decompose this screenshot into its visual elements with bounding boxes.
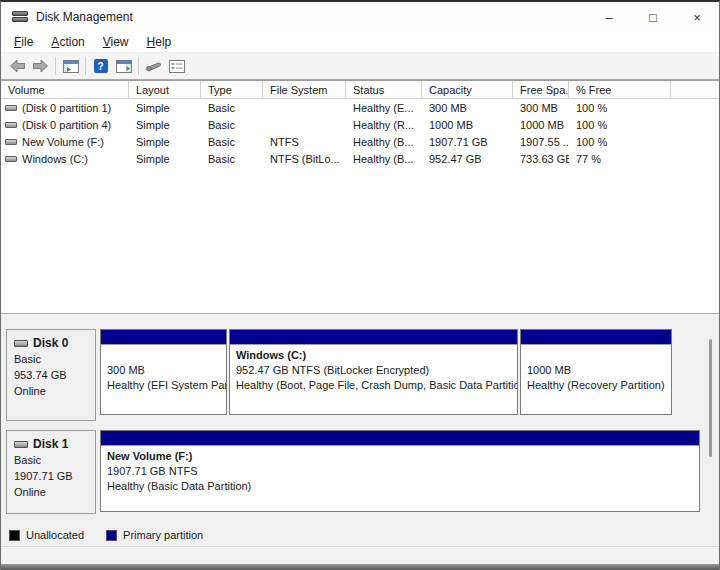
disk-name: Disk 0 — [33, 335, 68, 351]
forward-icon[interactable] — [29, 55, 52, 77]
cell-capacity: 952.47 GB — [422, 153, 513, 165]
cell-type: Basic — [201, 136, 263, 148]
table-row[interactable]: (Disk 0 partition 4) Simple Basic Health… — [1, 116, 719, 133]
primary-partition-band — [101, 330, 226, 345]
partition-size: 1000 MB — [527, 363, 671, 378]
legend-label: Unallocated — [26, 529, 84, 541]
legend-primary-partition: Primary partition — [106, 529, 203, 541]
volume-icon — [5, 156, 17, 162]
volume-icon — [5, 139, 17, 145]
cell-capacity: 1000 MB — [422, 119, 513, 131]
legend-label: Primary partition — [123, 529, 203, 541]
disk-name: Disk 1 — [33, 436, 68, 452]
column-header-layout[interactable]: Layout — [129, 81, 201, 98]
toolbar-separator — [85, 57, 86, 75]
column-header-free-space[interactable]: Free Spa... — [513, 81, 569, 98]
pane-splitter[interactable] — [1, 313, 719, 321]
disk0-info-panel[interactable]: Disk 0 Basic 953.74 GB Online — [6, 329, 96, 421]
partition-status: Healthy (Basic Data Partition) — [107, 479, 699, 494]
partition-windows-c[interactable]: Windows (C:) 952.47 GB NTFS (BitLocker E… — [229, 329, 518, 415]
disk-type: Basic — [14, 452, 93, 468]
status-bar — [1, 546, 719, 564]
cell-pct-free: 77 % — [569, 153, 671, 165]
cell-file-system: NTFS — [263, 136, 346, 148]
title-bar: Disk Management – □ × — [1, 2, 719, 32]
show-console-tree-icon[interactable] — [59, 55, 82, 77]
maximize-button[interactable]: □ — [631, 2, 675, 32]
partition-size: 300 MB — [107, 363, 226, 378]
primary-partition-band — [521, 330, 671, 345]
menu-view[interactable]: View — [94, 32, 138, 52]
menu-file[interactable]: File — [5, 32, 42, 52]
cell-status: Healthy (E... — [346, 102, 422, 114]
cell-layout: Simple — [129, 136, 201, 148]
cell-pct-free: 100 % — [569, 119, 671, 131]
column-header-status[interactable]: Status — [346, 81, 422, 98]
cell-pct-free: 100 % — [569, 102, 671, 114]
disk-size: 953.74 GB — [14, 367, 93, 383]
menu-action[interactable]: Action — [42, 32, 93, 52]
help-icon[interactable]: ? — [89, 55, 112, 77]
disk-management-window: Disk Management – □ × File Action View H… — [0, 0, 720, 570]
cell-volume: (Disk 0 partition 1) — [22, 102, 111, 114]
cell-capacity: 300 MB — [422, 102, 513, 114]
disk-size: 1907.71 GB — [14, 468, 93, 484]
disk-graph-pane: Disk 0 Basic 953.74 GB Online 300 MB Hea… — [1, 321, 719, 524]
disk-status: Online — [14, 484, 93, 500]
disk1-info-panel[interactable]: Disk 1 Basic 1907.71 GB Online — [6, 430, 96, 514]
partition-new-volume-f[interactable]: New Volume (F:) 1907.71 GB NTFS Healthy … — [100, 430, 700, 512]
partition-size: 1907.71 GB NTFS — [107, 464, 699, 479]
toolbar-separator — [138, 57, 139, 75]
disk-management-app-icon — [12, 11, 28, 23]
volume-list-pane: Volume Layout Type File System Status Ca… — [1, 80, 719, 313]
cell-free-space: 1000 MB — [513, 119, 569, 131]
legend-bar: Unallocated Primary partition — [1, 524, 719, 546]
vertical-scrollbar[interactable] — [706, 335, 714, 515]
cell-volume: Windows (C:) — [22, 153, 88, 165]
partition-label: Windows (C:) — [236, 348, 517, 363]
partition-status: Healthy (Recovery Partition) — [527, 378, 671, 393]
close-button[interactable]: × — [675, 2, 719, 32]
minimize-button[interactable]: – — [587, 2, 631, 32]
table-row[interactable]: (Disk 0 partition 1) Simple Basic Health… — [1, 99, 719, 116]
cell-status: Healthy (R... — [346, 119, 422, 131]
window-title: Disk Management — [36, 10, 133, 24]
cell-file-system: NTFS (BitLo... — [263, 153, 346, 165]
table-row[interactable]: New Volume (F:) Simple Basic NTFS Health… — [1, 133, 719, 150]
column-header-filler — [671, 81, 719, 98]
cell-status: Healthy (B... — [346, 153, 422, 165]
back-icon[interactable] — [6, 55, 29, 77]
window-bottom-edge — [1, 564, 719, 570]
primary-partition-band — [101, 431, 699, 446]
wrench-icon[interactable] — [142, 55, 165, 77]
volume-icon — [5, 122, 17, 128]
column-header-capacity[interactable]: Capacity — [422, 81, 513, 98]
unallocated-swatch — [9, 530, 20, 541]
partition-efi[interactable]: 300 MB Healthy (EFI System Partition) — [100, 329, 227, 415]
cell-volume: (Disk 0 partition 4) — [22, 119, 111, 131]
table-row[interactable]: Windows (C:) Simple Basic NTFS (BitLo...… — [1, 150, 719, 167]
cell-status: Healthy (B... — [346, 136, 422, 148]
properties-icon[interactable] — [165, 55, 188, 77]
partition-recovery[interactable]: 1000 MB Healthy (Recovery Partition) — [520, 329, 672, 415]
disk-icon — [14, 441, 28, 448]
toolbar-separator — [55, 57, 56, 75]
column-header-type[interactable]: Type — [201, 81, 263, 98]
column-header-file-system[interactable]: File System — [263, 81, 346, 98]
scrollbar-thumb[interactable] — [709, 339, 712, 457]
volume-list-header: Volume Layout Type File System Status Ca… — [1, 81, 719, 99]
partition-size: 952.47 GB NTFS (BitLocker Encrypted) — [236, 363, 517, 378]
toolbar: ? — [1, 53, 719, 80]
menu-help[interactable]: Help — [138, 32, 181, 52]
disk-status: Online — [14, 383, 93, 399]
cell-layout: Simple — [129, 119, 201, 131]
partition-status: Healthy (EFI System Partition) — [107, 378, 226, 393]
partition-status: Healthy (Boot, Page File, Crash Dump, Ba… — [236, 378, 517, 393]
volume-icon — [5, 105, 17, 111]
column-header-pct-free[interactable]: % Free — [569, 81, 671, 98]
show-action-pane-icon[interactable] — [112, 55, 135, 77]
column-header-volume[interactable]: Volume — [1, 81, 129, 98]
legend-unallocated: Unallocated — [9, 529, 84, 541]
cell-free-space: 733.63 GB — [513, 153, 569, 165]
cell-type: Basic — [201, 102, 263, 114]
